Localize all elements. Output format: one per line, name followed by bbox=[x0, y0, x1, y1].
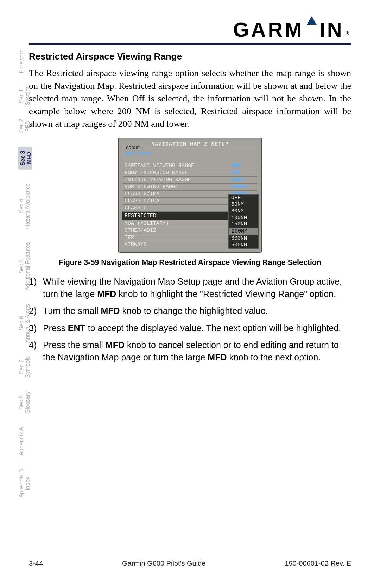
sidebar-sub-label: MFD bbox=[26, 151, 32, 166]
sidebar-sec-label: Sec 6 bbox=[18, 304, 25, 343]
logo-triangle-icon bbox=[307, 16, 317, 25]
group-label: GROUP bbox=[125, 146, 141, 151]
sidebar-sec-label: Sec 7 bbox=[18, 356, 25, 378]
body-paragraph: The Restricted airspace viewing range op… bbox=[29, 67, 351, 130]
instruction-steps: 1)While viewing the Navigation Map Setup… bbox=[29, 276, 351, 363]
sidebar-sub-label: Appendix A bbox=[18, 427, 25, 456]
sidebar-tab-10[interactable]: Appendix BIndex bbox=[18, 469, 32, 498]
device-row-1[interactable]: RNWY EXTENSION RANGEOFF bbox=[122, 169, 258, 176]
dropdown-option-7[interactable]: 500NM bbox=[229, 242, 258, 249]
logo-text-part1: GARM bbox=[233, 18, 304, 41]
device-row-label: CLASS D bbox=[125, 205, 147, 211]
dropdown-option-0[interactable]: OFF bbox=[229, 195, 258, 202]
sidebar-tab-8[interactable]: Sec 8Glossary bbox=[18, 391, 32, 414]
range-dropdown[interactable]: OFF50NM80NM100NM150NM200NM300NM500NM bbox=[228, 194, 259, 249]
sidebar-sub-label: Additional Features bbox=[25, 242, 31, 291]
device-row-label: RESTRICTED bbox=[125, 213, 156, 219]
step-text: While viewing the Navigation Map Setup p… bbox=[43, 276, 351, 300]
garmin-logo: GARMIN® bbox=[233, 18, 351, 41]
sidebar-sec-label: Sec 1 bbox=[18, 87, 25, 105]
device-row-value: 150NM bbox=[231, 184, 255, 190]
device-row-0[interactable]: SAFETAXI VIEWING RANGE3NM bbox=[122, 162, 258, 169]
device-row-label: TFR bbox=[125, 235, 134, 241]
sidebar-tab-5[interactable]: Sec 5Additional Features bbox=[18, 242, 32, 291]
sidebar-tab-1[interactable]: Sec 1System bbox=[18, 87, 32, 105]
dropdown-option-5[interactable]: 200NM bbox=[229, 228, 258, 235]
device-row-label: MOA (MILITARY) bbox=[125, 221, 169, 227]
sidebar-sub-label: Annun. & Alerts bbox=[25, 304, 31, 343]
sidebar-sub-label: PFD bbox=[25, 119, 31, 133]
device-row-label: SAFETAXI VIEWING RANGE bbox=[125, 163, 194, 169]
sidebar-sub-label: Foreword bbox=[18, 49, 25, 73]
device-row-label: AIRWAYS bbox=[125, 242, 147, 248]
device-row-value: 15NM bbox=[231, 177, 255, 183]
dropdown-option-6[interactable]: 300NM bbox=[229, 235, 258, 242]
footer-page-number: 3-44 bbox=[29, 559, 43, 568]
device-row-label: VOR VIEWING RANGE bbox=[125, 184, 178, 190]
sidebar-sec-label: Sec 5 bbox=[18, 242, 25, 291]
footer-doc-rev: 190-00601-02 Rev. E bbox=[285, 559, 351, 568]
device-row-3[interactable]: VOR VIEWING RANGE150NM bbox=[122, 183, 258, 190]
footer-guide-title: Garmin G600 Pilot's Guide bbox=[122, 559, 205, 568]
sidebar-tab-3[interactable]: Sec 3MFD bbox=[18, 147, 32, 170]
group-value: Aviation bbox=[125, 150, 152, 157]
device-row-label: CLASS B/TMA bbox=[125, 191, 159, 197]
sidebar-tab-0[interactable]: Foreword bbox=[18, 49, 32, 73]
section-tabs-sidebar: ForewordSec 1SystemSec 2PFDSec 3MFDSec 4… bbox=[18, 49, 32, 498]
step-4: 4)Press the small MFD knob to cancel sel… bbox=[29, 339, 351, 363]
sidebar-sec-label: Sec 2 bbox=[18, 119, 25, 133]
step-3: 3)Press ENT to accept the displayed valu… bbox=[29, 322, 351, 334]
header-divider bbox=[29, 43, 351, 45]
device-title: NAVIGATION MAP 2 SETUP bbox=[121, 141, 259, 147]
step-text: Turn the small MFD knob to change the hi… bbox=[43, 305, 351, 317]
step-2: 2)Turn the small MFD knob to change the … bbox=[29, 305, 351, 317]
group-box: GROUP Aviation bbox=[122, 149, 258, 159]
sidebar-sub-label: Glossary bbox=[25, 391, 31, 414]
step-text: Press ENT to accept the displayed value.… bbox=[43, 322, 351, 334]
device-row-label: INT/NDB VIEWING RANGE bbox=[125, 177, 191, 183]
section-heading: Restricted Airspace Viewing Range bbox=[29, 51, 351, 62]
registered-mark: ® bbox=[346, 31, 351, 36]
sidebar-tab-9[interactable]: Appendix A bbox=[18, 427, 32, 456]
sidebar-sub-label: Hazard Avoidance bbox=[25, 183, 31, 229]
sidebar-tab-4[interactable]: Sec 4Hazard Avoidance bbox=[18, 183, 32, 229]
sidebar-sec-label: Sec 4 bbox=[18, 183, 25, 229]
sidebar-sub-label: Symbols bbox=[25, 356, 31, 378]
page-footer: 3-44 Garmin G600 Pilot's Guide 190-00601… bbox=[29, 559, 351, 568]
dropdown-option-4[interactable]: 150NM bbox=[229, 221, 258, 228]
device-row-value: OFF bbox=[231, 170, 255, 176]
sidebar-tab-2[interactable]: Sec 2PFD bbox=[18, 119, 32, 133]
step-1: 1)While viewing the Navigation Map Setup… bbox=[29, 276, 351, 300]
sidebar-tab-7[interactable]: Sec 7Symbols bbox=[18, 356, 32, 378]
sidebar-sub-label: Index bbox=[25, 469, 31, 498]
device-row-2[interactable]: INT/NDB VIEWING RANGE15NM bbox=[122, 176, 258, 183]
device-row-value: 3NM bbox=[231, 163, 255, 169]
figure-caption: Figure 3-59 Navigation Map Restricted Ai… bbox=[59, 258, 322, 267]
logo-text-part2: IN bbox=[319, 18, 344, 41]
device-row-label: RNWY EXTENSION RANGE bbox=[125, 170, 188, 176]
sidebar-sec-label: Sec 3 bbox=[20, 151, 26, 166]
device-row-label: CLASS C/TCA bbox=[125, 198, 159, 204]
dropdown-option-1[interactable]: 50NM bbox=[229, 202, 258, 208]
dropdown-option-3[interactable]: 100NM bbox=[229, 215, 258, 222]
device-row-label: OTHER/ADIZ bbox=[125, 228, 156, 234]
sidebar-sec-label: Sec 8 bbox=[18, 391, 25, 414]
sidebar-tab-6[interactable]: Sec 6Annun. & Alerts bbox=[18, 304, 32, 343]
dropdown-option-2[interactable]: 80NM bbox=[229, 208, 258, 215]
sidebar-sub-label: System bbox=[25, 87, 31, 105]
step-text: Press the small MFD knob to cancel selec… bbox=[43, 339, 351, 363]
sidebar-sec-label: Appendix B bbox=[18, 469, 25, 498]
